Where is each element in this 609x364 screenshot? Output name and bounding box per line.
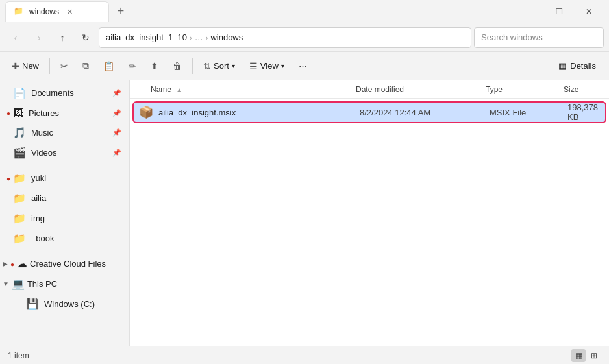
forward-button[interactable]: › bbox=[29, 27, 49, 48]
tab-folder-icon: 📁 bbox=[14, 6, 24, 17]
title-tab[interactable]: 📁 windows ✕ bbox=[5, 1, 109, 22]
sidebar-item-label: Videos bbox=[31, 148, 57, 158]
view-button[interactable]: ☰ View ▾ bbox=[243, 57, 291, 75]
sidebar-item-windows-c[interactable]: 💾 Windows (C:) bbox=[16, 295, 127, 313]
col-type-label: Type bbox=[486, 85, 503, 94]
sidebar-item-pictures[interactable]: ● 🖼 Pictures 📌 bbox=[3, 104, 127, 122]
cut-icon: ✂ bbox=[60, 61, 68, 71]
col-sort-arrow: ▲ bbox=[176, 86, 182, 93]
sidebar-item-label: _book bbox=[31, 234, 54, 243]
pin-icon: 📌 bbox=[112, 128, 121, 137]
details-label: Details bbox=[570, 61, 596, 71]
yuki-folder-icon: 📁 bbox=[13, 172, 26, 184]
breadcrumb-sep1: › bbox=[190, 34, 192, 42]
paste-icon: 📋 bbox=[103, 61, 114, 71]
breadcrumb-ellipsis: … bbox=[195, 32, 203, 42]
status-bar: 1 item ▦ ⊞ bbox=[0, 346, 609, 364]
videos-icon: 🎬 bbox=[13, 147, 26, 159]
share-icon: ⬆ bbox=[151, 61, 158, 71]
sidebar-item-img[interactable]: 📁 img bbox=[3, 209, 127, 228]
window-controls: — ❐ ✕ bbox=[514, 1, 604, 22]
sort-button[interactable]: ⇅ Sort ▾ bbox=[197, 57, 242, 75]
this-pc-icon: 💻 bbox=[12, 278, 25, 290]
sidebar-item-videos[interactable]: 🎬 Videos 📌 bbox=[3, 143, 127, 162]
col-type-header[interactable]: Type bbox=[486, 85, 564, 94]
sidebar-group-creative-cloud[interactable]: ▶ ● ☁ Creative Cloud Files bbox=[0, 254, 129, 273]
sidebar-item-label: Documents bbox=[31, 88, 74, 98]
details-panel-icon: ▦ bbox=[558, 61, 566, 71]
cut-button[interactable]: ✂ bbox=[54, 57, 75, 75]
table-row[interactable]: 📦 ailia_dx_insight.msix 8/2/2024 12:44 A… bbox=[132, 101, 606, 123]
address-bar: ‹ › ↑ ↻ ailia_dx_insight_1_10 › … › wind… bbox=[0, 23, 609, 52]
group-collapse-icon: ▼ bbox=[3, 280, 9, 287]
search-bar[interactable]: Search windows bbox=[474, 27, 604, 48]
file-list: 📦 ailia_dx_insight.msix 8/2/2024 12:44 A… bbox=[130, 99, 609, 346]
sidebar-item-label: yuki bbox=[31, 173, 46, 183]
sidebar-item-documents[interactable]: 📄 Documents 📌 bbox=[3, 84, 127, 103]
sort-icon: ⇅ bbox=[203, 61, 211, 71]
creative-cloud-icon: ☁ bbox=[17, 258, 27, 270]
copy-button[interactable]: ⧉ bbox=[76, 56, 95, 75]
file-msix-icon: 📦 bbox=[139, 105, 153, 119]
rename-button[interactable]: ✏ bbox=[122, 57, 143, 75]
new-tab-button[interactable]: + bbox=[112, 3, 130, 21]
refresh-button[interactable]: ↻ bbox=[75, 27, 96, 48]
file-type: MSIX File bbox=[490, 108, 567, 117]
pictures-icon: 🖼 bbox=[13, 107, 23, 119]
col-name-header[interactable]: Name ▲ bbox=[135, 85, 356, 94]
group-expand-icon: ▶ bbox=[3, 260, 8, 267]
col-date-header[interactable]: Date modified bbox=[356, 85, 486, 94]
breadcrumb-current: windows bbox=[210, 32, 243, 42]
delete-button[interactable]: 🗑 bbox=[166, 57, 188, 75]
close-button[interactable]: ✕ bbox=[574, 1, 604, 22]
sidebar-item-label: ailia bbox=[31, 193, 46, 203]
col-date-label: Date modified bbox=[356, 85, 404, 94]
music-icon: 🎵 bbox=[13, 127, 26, 139]
status-list-view-button[interactable]: ▦ bbox=[571, 349, 586, 362]
sidebar-item-book[interactable]: 📁 _book bbox=[3, 229, 127, 248]
toolbar-sep2 bbox=[192, 58, 193, 74]
col-name-label: Name bbox=[151, 85, 171, 94]
pin-icon: 📌 bbox=[112, 149, 121, 157]
paste-button[interactable]: 📋 bbox=[97, 57, 121, 75]
sidebar-item-ailia[interactable]: 📁 ailia bbox=[3, 189, 127, 208]
breadcrumb-path-root: ailia_dx_insight_1_10 bbox=[106, 32, 187, 42]
file-date-modified: 8/2/2024 12:44 AM bbox=[360, 108, 490, 117]
sidebar-item-yuki[interactable]: ● 📁 yuki bbox=[3, 169, 127, 188]
book-folder-icon: 📁 bbox=[13, 232, 26, 245]
status-item-count: 1 item bbox=[8, 351, 29, 360]
col-size-header[interactable]: Size bbox=[564, 85, 604, 94]
sidebar: 📄 Documents 📌 ● 🖼 Pictures 📌 🎵 Music 📌 🎬… bbox=[0, 80, 130, 346]
sidebar-item-music[interactable]: 🎵 Music 📌 bbox=[3, 123, 127, 142]
windows-c-icon: 💾 bbox=[26, 298, 39, 310]
status-view-icons: ▦ ⊞ bbox=[571, 349, 601, 362]
view-icon: ☰ bbox=[249, 61, 258, 71]
up-button[interactable]: ↑ bbox=[52, 27, 73, 48]
minimize-button[interactable]: — bbox=[514, 1, 544, 22]
ailia-folder-icon: 📁 bbox=[13, 192, 26, 204]
file-name: ailia_dx_insight.msix bbox=[158, 108, 360, 117]
more-icon: ⋯ bbox=[299, 61, 307, 71]
delete-icon: 🗑 bbox=[173, 61, 182, 71]
new-button[interactable]: ✚ New bbox=[5, 57, 45, 75]
copy-icon: ⧉ bbox=[82, 60, 89, 71]
details-button[interactable]: ▦ Details bbox=[551, 57, 604, 75]
col-size-label: Size bbox=[564, 85, 578, 94]
maximize-button[interactable]: ❐ bbox=[544, 1, 574, 22]
toolbar: ✚ New ✂ ⧉ 📋 ✏ ⬆ 🗑 ⇅ Sort ▾ ☰ View ▾ ⋯ ▦ … bbox=[0, 52, 609, 80]
share-button[interactable]: ⬆ bbox=[144, 57, 165, 75]
status-grid-view-button[interactable]: ⊞ bbox=[587, 349, 601, 362]
sidebar-group-this-pc[interactable]: ▼ 💻 This PC bbox=[0, 274, 129, 293]
view-chevron-icon: ▾ bbox=[281, 62, 284, 69]
tab-close-button[interactable]: ✕ bbox=[67, 8, 73, 16]
column-headers: Name ▲ Date modified Type Size bbox=[130, 80, 609, 99]
breadcrumb-sep2: › bbox=[206, 34, 208, 42]
sidebar-item-label: Pictures bbox=[29, 108, 59, 118]
tab-title: windows bbox=[29, 7, 59, 16]
title-bar: 📁 windows ✕ + — ❐ ✕ bbox=[0, 0, 609, 23]
pin-icon: 📌 bbox=[112, 89, 121, 97]
more-button[interactable]: ⋯ bbox=[292, 57, 314, 75]
back-button[interactable]: ‹ bbox=[5, 27, 26, 48]
breadcrumb[interactable]: ailia_dx_insight_1_10 › … › windows bbox=[99, 27, 471, 48]
view-label: View bbox=[260, 61, 279, 71]
